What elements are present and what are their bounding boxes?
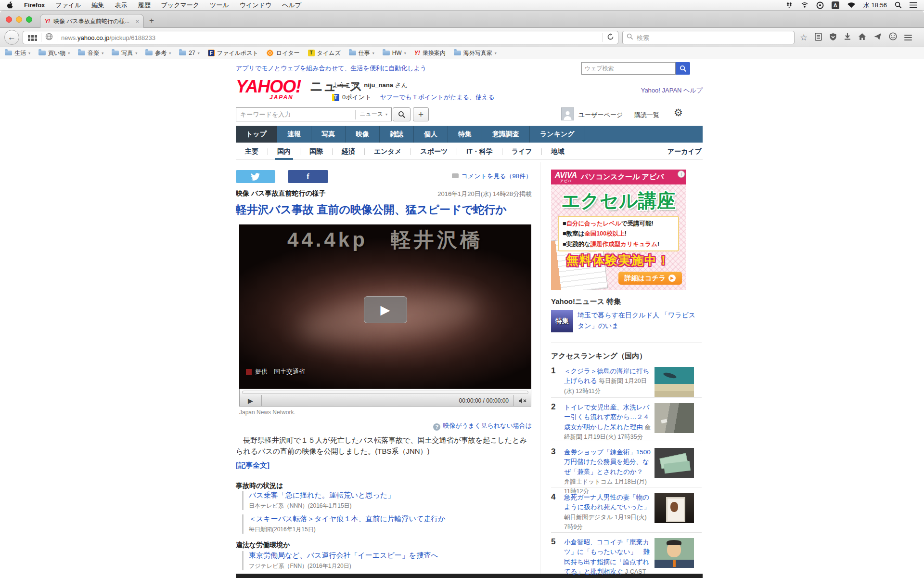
bookmark-filepost[interactable]: Fファイルポスト <box>208 49 258 57</box>
keyword-search-input[interactable] <box>240 111 355 118</box>
ranking-link[interactable]: 急死ガーナ人男性の妻「物のように扱われ死んでいった」 <box>564 494 650 511</box>
browser-search-bar[interactable] <box>622 31 795 44</box>
bookmark-folder-life[interactable]: 生活▾ <box>5 49 30 57</box>
menu-hamburger-icon[interactable] <box>904 33 912 42</box>
subnav-sports[interactable]: スポーツ <box>411 144 457 160</box>
subnav-domestic[interactable]: 国内 <box>268 144 300 160</box>
mute-icon[interactable] <box>513 395 531 406</box>
gear-icon[interactable]: ⚙ <box>674 107 683 118</box>
video-player[interactable]: 44.4kp 軽井沢橋 提供 国土交通省 ▶ <box>239 224 531 389</box>
bookmark-transit[interactable]: Y!乗換案内 <box>414 49 446 57</box>
downloads-icon[interactable] <box>844 33 851 42</box>
menu-bookmarks[interactable]: ブックマーク <box>161 1 200 10</box>
bookmark-star-icon[interactable]: ☆ <box>800 32 808 43</box>
menu-history[interactable]: 履歴 <box>138 1 151 10</box>
menu-view[interactable]: 表示 <box>115 1 128 10</box>
spotlight-icon[interactable] <box>895 1 902 9</box>
ranking-thumbnail-whale[interactable] <box>654 367 694 397</box>
tab-magazine[interactable]: 雑誌 <box>380 126 414 143</box>
window-close-button[interactable] <box>6 16 12 23</box>
menu-file[interactable]: ファイル <box>55 1 81 10</box>
input-method-icon[interactable]: A <box>832 1 839 9</box>
shield-icon[interactable] <box>829 33 837 43</box>
menubar-clock[interactable]: 水 18:56 <box>863 1 887 10</box>
add-keyword-button[interactable]: + <box>413 107 429 121</box>
menu-help[interactable]: ヘルプ <box>282 1 301 10</box>
dropbox-icon[interactable] <box>785 1 793 9</box>
tab-photo[interactable]: 写真 <box>311 126 346 143</box>
notification-center-icon[interactable] <box>910 2 917 8</box>
related-link[interactable]: 東京労働局など、バス運行会社「イーエスピー」を捜査へ <box>249 551 531 560</box>
subnav-life[interactable]: ライフ <box>502 144 541 160</box>
feature-article-link[interactable]: 埼玉で暮らす在日クルド人 「ワラビスタン」のいま <box>578 310 698 331</box>
facebook-share-button[interactable]: f <box>288 170 328 183</box>
ranking-thumbnail-tickets[interactable] <box>654 448 694 478</box>
menu-window[interactable]: ウインドウ <box>240 1 272 10</box>
tab-close-icon[interactable]: × <box>135 18 139 25</box>
antenna-icon[interactable] <box>801 1 808 9</box>
bookmark-folder-hw[interactable]: HW▾ <box>383 50 406 56</box>
url-text[interactable]: news.yahoo.co.jp/pickup/6188233 <box>61 34 599 41</box>
bookmark-folder-music[interactable]: 音楽▾ <box>78 49 103 57</box>
ranking-thumbnail-ogura[interactable] <box>654 538 694 568</box>
ranking-link[interactable]: 金券ショップ「錬金術」1500万円儲けた公務員を処分、なぜ「兼業」とされたのか？ <box>564 448 651 475</box>
ranking-thumbnail-portrait[interactable] <box>654 493 694 523</box>
new-tab-button[interactable]: + <box>149 16 154 26</box>
bookmark-folder-photo[interactable]: 写真▾ <box>112 49 137 57</box>
subnav-main[interactable]: 主要 <box>236 144 268 160</box>
subnav-economy[interactable]: 経済 <box>333 144 364 160</box>
ranking-link[interactable]: トイレで女児出産、水洗レバー引くも流れず窓から…２４歳女が明かした呆れた理由 <box>564 404 649 431</box>
subnav-local[interactable]: 地域 <box>542 144 574 160</box>
window-minimize-button[interactable] <box>16 16 22 23</box>
back-button[interactable]: ← <box>4 30 19 45</box>
twitter-share-button[interactable] <box>236 170 275 183</box>
home-icon[interactable] <box>858 33 866 43</box>
web-search-box[interactable] <box>581 62 676 75</box>
subnav-world[interactable]: 国際 <box>300 144 332 160</box>
tab-video[interactable]: 映像 <box>346 126 380 143</box>
subnav-it-science[interactable]: IT・科学 <box>457 144 501 160</box>
full-article-link[interactable]: [記事全文] <box>236 461 270 470</box>
bookmark-folder-work[interactable]: 仕事▾ <box>349 49 374 57</box>
keyword-search-box[interactable]: ニュース▾ <box>236 107 392 121</box>
reload-icon[interactable] <box>607 33 614 42</box>
bookmark-reuters[interactable]: ロイター <box>267 49 300 57</box>
play-button-overlay[interactable]: ▶ <box>364 296 407 323</box>
userpage-link[interactable]: ユーザーページ <box>578 111 623 119</box>
menu-edit[interactable]: 編集 <box>92 1 104 10</box>
tab-flash[interactable]: 速報 <box>277 126 311 143</box>
subscriptions-link[interactable]: 購読一覧 <box>634 111 659 119</box>
web-search-button[interactable] <box>676 62 690 75</box>
related-link[interactable]: バス乗客「急に揺れた。運転荒いと思った」 <box>249 491 531 500</box>
bookmark-folder-shopping[interactable]: 買い物▾ <box>38 49 70 57</box>
tab-feature[interactable]: 特集 <box>448 126 482 143</box>
share-send-icon[interactable] <box>873 33 882 42</box>
seek-slider[interactable] <box>242 391 528 394</box>
related-link[interactable]: ＜スキーバス転落＞タイヤ痕１本、直前に片輪浮いて走行か <box>249 514 531 524</box>
tpoint-tagline-link[interactable]: ヤフーでもＴポイントがたまる、使える <box>380 93 494 102</box>
extension-icon[interactable] <box>28 35 30 38</box>
yahoo-help-link[interactable]: Yahoo! JAPAN ヘルプ <box>592 86 703 95</box>
ranking-thumbnail-alley[interactable] <box>654 403 694 433</box>
apple-menu-icon[interactable] <box>7 1 13 9</box>
view-comments-link[interactable]: コメントを見る（98件） <box>411 172 532 181</box>
menu-tools[interactable]: ツール <box>210 1 229 10</box>
archive-link[interactable]: アーカイブ <box>667 147 703 156</box>
browser-tab[interactable]: Y! 映像 バス事故直前蛇行の様... × <box>40 14 144 28</box>
aviva-ad-banner[interactable]: AViVAアビバ パソコンスクール アビバ i エクセル講座 ■自分に合ったレベ… <box>551 170 686 290</box>
avatar[interactable] <box>561 107 574 120</box>
tab-top[interactable]: トップ <box>236 126 277 143</box>
search-scope-dropdown[interactable]: ニュース▾ <box>355 110 387 119</box>
site-identity-globe-icon[interactable] <box>45 33 53 42</box>
tab-poll[interactable]: 意識調査 <box>482 126 530 143</box>
tab-ranking[interactable]: ランキング <box>530 126 585 143</box>
reading-list-icon[interactable] <box>815 33 822 43</box>
tab-personal[interactable]: 個人 <box>414 126 448 143</box>
video-help-link[interactable]: ?映像がうまく見られない場合は <box>337 421 532 431</box>
menu-firefox[interactable]: Firefox <box>24 1 45 9</box>
creative-cloud-icon[interactable] <box>816 1 824 9</box>
ad-cta-button[interactable]: 詳細はコチラ▶ <box>618 272 682 285</box>
bookmark-folder-27[interactable]: 27▾ <box>179 50 199 56</box>
wifi-icon[interactable] <box>847 2 856 9</box>
web-search-input[interactable] <box>585 65 672 72</box>
